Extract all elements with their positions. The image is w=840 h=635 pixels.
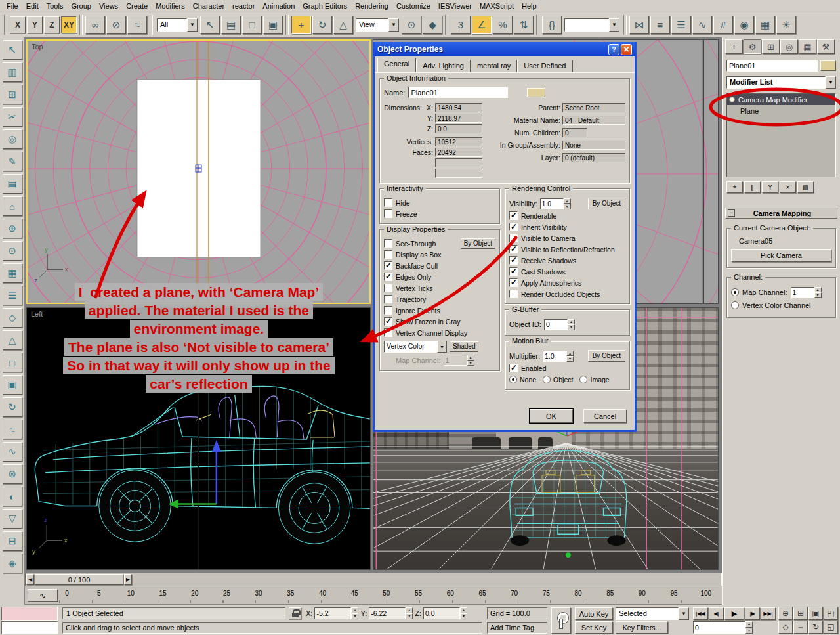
zoom-all-icon[interactable]: ⊞	[793, 607, 808, 620]
left-tool-21-icon[interactable]: ◐	[3, 487, 22, 506]
select-and-rotate-icon[interactable]: ↻	[312, 16, 332, 34]
left-tool-24-icon[interactable]: ◈	[3, 554, 22, 573]
curve-editor-icon[interactable]: ∿	[692, 16, 712, 34]
mini-curve-editor-button[interactable]: ∿	[28, 589, 58, 602]
dialog-help-button[interactable]: ?	[608, 44, 620, 55]
menu-maxscript[interactable]: MAXScript	[476, 1, 518, 11]
stack-item-camera-map-modifier[interactable]: Camera Map Modifier	[727, 94, 835, 105]
go-to-start-button[interactable]: |◀◀	[693, 607, 708, 620]
motion-blur-by-object-button[interactable]: By Object	[588, 350, 625, 362]
shaded-button[interactable]: Shaded	[450, 341, 478, 352]
bind-to-spacewarp-icon[interactable]: ≈	[127, 16, 147, 34]
hierarchy-tab[interactable]: ⊞	[762, 39, 780, 54]
menu-iesviewer[interactable]: IESViewer	[434, 1, 476, 11]
left-tool-14-icon[interactable]: △	[3, 330, 22, 350]
spin-up-icon[interactable]: ▴	[814, 287, 822, 293]
schematic-view-icon[interactable]: #	[713, 16, 733, 34]
arc-rotate-icon[interactable]: ↻	[808, 621, 823, 634]
checkbox-edges-only[interactable]	[384, 273, 392, 281]
left-tool-20-icon[interactable]: ⊗	[3, 464, 22, 484]
current-frame-spinner[interactable]: 0▴▾	[693, 621, 753, 634]
previous-frame-arrow[interactable]: ◀	[26, 574, 34, 585]
dialog-close-button[interactable]: ✕	[621, 44, 632, 55]
left-tool-5-icon[interactable]: ◎	[3, 129, 22, 149]
render-scene-icon[interactable]: ▦	[755, 16, 775, 34]
menu-help[interactable]: Help	[518, 1, 541, 11]
menu-edit[interactable]: Edit	[22, 1, 43, 11]
menu-views[interactable]: Views	[95, 1, 122, 11]
time-slider-handle[interactable]: 0 / 100	[35, 574, 123, 585]
add-time-tag[interactable]: Add Time Tag	[487, 622, 547, 634]
use-pivot-center-icon[interactable]: ⊙	[402, 16, 421, 34]
left-tool-8-icon[interactable]: ⌂	[3, 196, 22, 216]
spinner-snap-icon[interactable]: ⇅	[514, 16, 534, 34]
previous-frame-button[interactable]: ◀|	[709, 607, 724, 620]
object-id-spinner[interactable]: 0 ▴▾	[544, 319, 575, 330]
stack-item-plane[interactable]: Plane	[727, 105, 835, 116]
set-keys-button[interactable]	[551, 607, 571, 634]
menu-modifiers[interactable]: Modifiers	[152, 1, 189, 11]
pan-icon[interactable]: ⇔	[793, 621, 808, 634]
spin-up-icon[interactable]: ▴	[564, 198, 571, 204]
menu-graph-editors[interactable]: Graph Editors	[299, 1, 351, 11]
utilities-tab[interactable]: ⚒	[817, 39, 835, 54]
spin-up-icon[interactable]: ▴	[568, 319, 575, 325]
select-and-manipulate-icon[interactable]: ◆	[423, 16, 442, 34]
zoom-extents-icon[interactable]: ▣	[808, 607, 823, 620]
spin-down-icon[interactable]: ▾	[814, 292, 822, 298]
left-tool-22-icon[interactable]: ▽	[3, 509, 22, 529]
modifier-enabled-bulb-icon[interactable]	[729, 97, 735, 102]
next-frame-button[interactable]: |▶	[745, 607, 760, 620]
spin-up-icon[interactable]: ▴	[746, 621, 753, 628]
spin-down-icon[interactable]: ▾	[746, 628, 753, 634]
configure-modifier-sets-icon[interactable]: ▤	[797, 181, 814, 193]
viewport-label[interactable]: Top	[32, 43, 43, 51]
key-selection-dropdown[interactable]: Selected ▼	[616, 607, 689, 620]
left-tool-9-icon[interactable]: ⊕	[3, 219, 22, 238]
checkbox-trajectory[interactable]	[384, 295, 392, 303]
ok-button[interactable]: OK	[530, 409, 573, 423]
object-color-swatch[interactable]	[527, 88, 545, 97]
checkbox-renderable[interactable]	[509, 211, 518, 220]
checkbox-render-occluded-objects[interactable]	[509, 290, 518, 298]
cancel-button[interactable]: Cancel	[583, 409, 627, 423]
checkbox-enabled[interactable]	[509, 364, 518, 372]
menu-group[interactable]: Group	[67, 1, 95, 11]
checkbox-cast-shadows[interactable]	[509, 267, 518, 276]
constraint-z-button[interactable]: Z	[44, 16, 60, 33]
make-unique-icon[interactable]: Y	[762, 181, 778, 193]
spin-down-icon[interactable]: ▾	[566, 356, 574, 362]
menu-file[interactable]: File	[3, 1, 22, 11]
maxscript-mini-listener[interactable]	[1, 621, 58, 634]
checkbox-freeze[interactable]	[384, 209, 392, 218]
constraint-x-button[interactable]: X	[10, 16, 26, 33]
coord-y-spinner[interactable]: -6.22▴▾	[369, 607, 413, 619]
pick-camera-button[interactable]: Pick Camera	[731, 249, 831, 262]
menu-rendering[interactable]: Rendering	[351, 1, 392, 11]
by-object-button[interactable]: By Object	[461, 238, 495, 249]
left-tool-6-icon[interactable]: ✎	[3, 152, 22, 171]
selection-filter-dropdown[interactable]: All▼	[157, 18, 198, 32]
left-tool-1-icon[interactable]: ↖	[3, 40, 22, 60]
spin-up-icon[interactable]: ▴	[566, 351, 574, 357]
left-tool-13-icon[interactable]: ◇	[3, 308, 22, 328]
left-tool-15-icon[interactable]: □	[3, 353, 22, 372]
left-tool-10-icon[interactable]: ⊙	[3, 241, 22, 261]
menu-reactor[interactable]: reactor	[228, 1, 259, 11]
percent-snap-icon[interactable]: %	[493, 16, 513, 34]
menu-customize[interactable]: Customize	[392, 1, 434, 11]
material-editor-icon[interactable]: ◉	[734, 16, 754, 34]
select-and-scale-icon[interactable]: △	[333, 16, 353, 34]
checkbox-see-through[interactable]	[384, 239, 392, 248]
auto-key-button[interactable]: Auto Key	[575, 607, 613, 620]
radio-map-channel[interactable]	[731, 288, 739, 296]
unlink-selection-icon[interactable]: ⊘	[106, 16, 126, 34]
named-selection-dropdown[interactable]: ▼	[564, 18, 620, 32]
multiplier-spinner[interactable]: 1.0 ▴▾	[543, 351, 574, 362]
menu-animation[interactable]: Animation	[259, 1, 299, 11]
checkbox-backface-cull[interactable]	[384, 261, 392, 270]
move-gizmo[interactable]	[168, 440, 221, 508]
menu-tools[interactable]: Tools	[43, 1, 68, 11]
left-tool-23-icon[interactable]: ⊟	[3, 531, 22, 551]
left-tool-11-icon[interactable]: ▦	[3, 263, 22, 283]
